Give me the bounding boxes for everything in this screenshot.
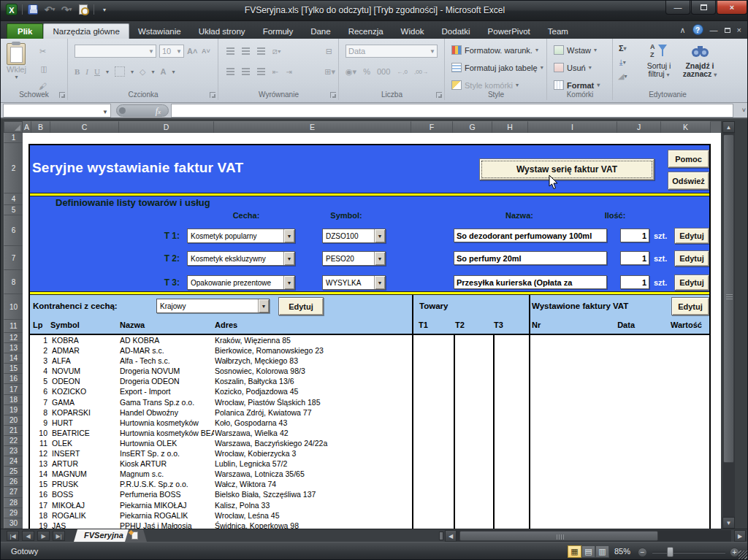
row-header-16[interactable]: 16	[4, 374, 23, 384]
column-header-c[interactable]: C	[50, 121, 119, 133]
product-row-1-edit-button[interactable]: Edytuj	[674, 228, 709, 244]
edit-contractors-button[interactable]: Edytuj	[278, 297, 324, 315]
table-row[interactable]: 13ARTURKiosk ARTURLublin, Legnicka 57/2	[30, 459, 709, 469]
next-sheet-icon[interactable]: ▶	[37, 531, 50, 541]
help-icon[interactable]: ?	[692, 24, 703, 35]
column-header-h[interactable]: H	[492, 121, 528, 133]
column-header-d[interactable]: D	[119, 121, 214, 133]
column-header-e[interactable]: E	[214, 121, 411, 133]
resize-grip[interactable]	[739, 551, 747, 559]
zoom-out-icon[interactable]: −	[638, 548, 647, 557]
workbook-restore-icon[interactable]	[725, 25, 730, 35]
alignment-dialog-launcher-icon[interactable]	[330, 92, 336, 98]
insert-function-button[interactable]: fx	[116, 104, 169, 117]
contractor-filter-dropdown[interactable]: Krajowy▼	[156, 299, 270, 313]
collapse-ribbon-icon[interactable]: ∧	[680, 25, 686, 35]
percent-icon[interactable]: %	[363, 65, 370, 78]
minimize-button[interactable]: —	[665, 1, 690, 15]
italic-icon[interactable]: I	[85, 65, 88, 78]
row-header-12[interactable]: 12	[4, 333, 23, 343]
find-select-button[interactable]: Znajdź i zaznacz ▾	[681, 42, 719, 79]
restore-button[interactable]	[691, 1, 716, 15]
page-layout-view-icon[interactable]: ▤	[581, 545, 595, 558]
format-as-table-button[interactable]: Formatuj jako tabelę▾	[451, 61, 543, 74]
align-center-icon[interactable]	[242, 68, 250, 69]
grow-font-icon[interactable]: A˄	[187, 45, 197, 58]
borders-icon[interactable]	[115, 66, 125, 77]
product-row-1-qty-field[interactable]: 1	[620, 229, 649, 242]
ribbon-tab-powerpivot[interactable]: PowerPivot	[479, 24, 539, 39]
ribbon-tab-plik[interactable]: Plik	[7, 23, 43, 39]
column-header-i[interactable]: I	[528, 121, 617, 133]
product-row-1-symbol-dropdown[interactable]: DZSO100▼	[322, 229, 386, 243]
table-row[interactable]: 19JASPPHU Jaś i MałgosiaŚwidnica, Koperk…	[30, 521, 709, 529]
product-row-1-cecha-dropdown[interactable]: Kosmetyk popularny▼	[187, 229, 295, 243]
close-button[interactable]: ×	[717, 1, 747, 15]
fill-icon[interactable]: ⤓▾	[618, 57, 627, 67]
row-header-30[interactable]: 30	[4, 518, 23, 529]
paste-button[interactable]: Wklej▾	[7, 43, 26, 80]
excel-logo-icon[interactable]: X	[5, 3, 18, 16]
increase-indent-icon[interactable]: ⇥	[286, 65, 291, 78]
accounting-format-icon[interactable]: ◉▾	[346, 65, 356, 78]
number-dialog-launcher-icon[interactable]	[436, 92, 442, 98]
prev-sheet-icon[interactable]: ◀	[22, 531, 34, 541]
ribbon-tab-wstawianie[interactable]: Wstawianie	[129, 24, 190, 39]
zoom-level[interactable]: 85%	[614, 547, 630, 556]
help-button[interactable]: Pomoc	[668, 150, 709, 168]
table-row[interactable]: 9HURTHurtownia kosmetykówKoło, Gospodarn…	[30, 418, 709, 428]
row-header-4[interactable]: 4	[4, 193, 23, 205]
copy-icon[interactable]: ▯▯	[39, 62, 47, 75]
table-row[interactable]: 10BEATRICEHurtownia kosmetyków BEATWarsz…	[30, 428, 709, 438]
row-header-25[interactable]: 25	[4, 467, 23, 477]
row-header-20[interactable]: 20	[4, 415, 23, 426]
ribbon-tab-widok[interactable]: Widok	[392, 24, 433, 39]
font-dialog-launcher-icon[interactable]	[210, 92, 215, 98]
align-top-icon[interactable]	[226, 47, 234, 49]
horizontal-scroll-thumb[interactable]	[459, 531, 658, 541]
sheet-tab-fvseryjna[interactable]: FVSeryjna	[74, 529, 134, 542]
workbook-minimize-icon[interactable]: —	[710, 25, 718, 35]
align-left-icon[interactable]	[226, 68, 234, 69]
tab-split-handle[interactable]	[439, 532, 443, 540]
scroll-up-icon[interactable]: ▲	[722, 121, 735, 133]
name-box[interactable]: ▼	[3, 104, 111, 118]
table-row[interactable]: 12INSERTInsERT Sp. z o.o.Wrocław, Kobier…	[30, 448, 709, 459]
comma-style-icon[interactable]: 000	[377, 65, 390, 78]
expand-formula-bar-icon[interactable]: ˅	[742, 107, 746, 114]
row-header-13[interactable]: 13	[4, 343, 23, 353]
scroll-down-icon[interactable]: ▼	[722, 517, 735, 529]
underline-icon[interactable]: U	[94, 65, 100, 78]
product-row-3-edit-button[interactable]: Edytuj	[674, 275, 709, 291]
horizontal-scrollbar[interactable]: ◀ ▶	[439, 530, 746, 542]
row-header-18[interactable]: 18	[4, 395, 23, 405]
table-row[interactable]: 7GAMAGama Trans Sp.z o.o.Wrocław, Piastó…	[30, 397, 709, 407]
row-header-19[interactable]: 19	[4, 405, 23, 415]
zoom-slider-thumb[interactable]	[667, 547, 673, 557]
ribbon-tab-recenzja[interactable]: Recenzja	[340, 24, 392, 39]
product-row-2-cecha-dropdown[interactable]: Kosmetyk ekskluzywny▼	[187, 251, 295, 266]
fill-color-icon[interactable]: ◇	[140, 65, 145, 78]
redo-icon[interactable]: ↷▾	[60, 3, 73, 16]
zoom-slider-track[interactable]	[652, 552, 725, 553]
font-color-icon[interactable]: A	[160, 65, 166, 78]
table-row[interactable]: 2ADMARAD-MAR s.c.Bierkowice, Romanowskie…	[30, 345, 709, 356]
clipboard-dialog-launcher-icon[interactable]	[59, 92, 65, 98]
row-header-6[interactable]: 6	[4, 215, 23, 246]
row-header-26[interactable]: 26	[4, 477, 23, 487]
decrease-indent-icon[interactable]: ⇤	[272, 65, 278, 78]
row-header-14[interactable]: 14	[4, 353, 23, 364]
row-header-11[interactable]: 11	[4, 320, 23, 333]
cut-icon[interactable]: ✂	[39, 45, 47, 58]
align-bottom-icon[interactable]	[257, 47, 265, 49]
row-header-22[interactable]: 22	[4, 436, 23, 446]
column-header-b[interactable]: B	[31, 121, 50, 133]
column-header-a[interactable]: A	[23, 121, 31, 133]
font-size-combo[interactable]: 10▼	[159, 45, 184, 58]
insert-cells-button[interactable]: Wstaw▾	[554, 43, 597, 57]
page-break-view-icon[interactable]: ▥	[595, 545, 609, 558]
product-row-1-name-field[interactable]: So dezodorant perfumowany 100ml	[454, 229, 607, 242]
row-header-21[interactable]: 21	[4, 426, 23, 436]
ribbon-tab-narz-dzia-g-wne[interactable]: Narzędzia główne	[43, 23, 129, 39]
customize-qat-icon[interactable]: ▾	[98, 3, 111, 16]
